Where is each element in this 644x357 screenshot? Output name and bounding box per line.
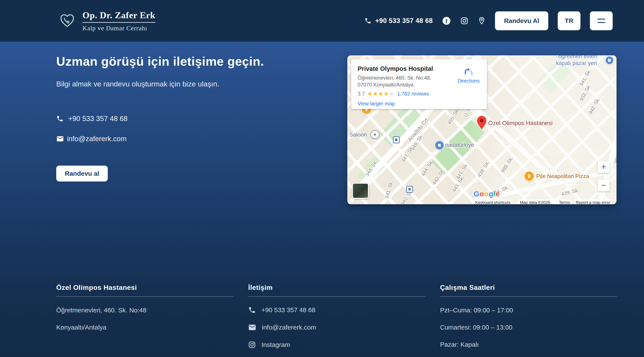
street-label: Blv. (613, 155, 616, 163)
location-pin-icon[interactable] (478, 17, 486, 25)
star-rating-icon: ★★★★★ ★★★★★ (367, 91, 394, 96)
facebook-icon[interactable]: f (442, 16, 451, 25)
hero-cta-button[interactable]: Randevu al (56, 166, 108, 182)
phone-icon (364, 17, 371, 24)
google-logo[interactable]: Google (474, 190, 500, 198)
hero-title: Uzman görüşü için iletişime geçin. (56, 54, 264, 68)
envelope-icon (56, 135, 64, 143)
footer-instagram-link[interactable]: Instagram (248, 341, 425, 349)
instagram-icon (248, 341, 256, 349)
header: Op. Dr. Zafer Erk Kalp ve Damar Cerrahı … (0, 0, 644, 42)
footer: Özel Olimpos Hastanesi Öğretmenevleri, 4… (56, 284, 617, 357)
view-larger-map-link[interactable]: View larger map (358, 101, 395, 107)
hamburger-icon (598, 19, 605, 19)
header-phone-number: +90 533 357 48 68 (375, 17, 433, 25)
satellite-view-thumbnail[interactable] (352, 183, 369, 199)
footer-phone-link[interactable]: +90 533 357 48 68 (248, 306, 425, 314)
poi-label-hospital[interactable]: Özel Olimpos Hastanesi (488, 120, 552, 127)
directions-icon (464, 66, 474, 76)
divider (56, 296, 233, 297)
footer-column-hospital: Özel Olimpos Hastanesi Öğretmenevleri, 4… (56, 284, 233, 357)
footer-address-line2: Konyaaltı/Antalya (56, 324, 233, 331)
envelope-icon (248, 323, 256, 332)
reviews-link[interactable]: 1,782 reviews (397, 91, 429, 97)
map-info-card: Private Olympos Hospital Öğretmenevleri,… (351, 59, 487, 109)
poi-label-saloon[interactable]: Saloon (350, 131, 367, 138)
instagram-icon[interactable] (460, 17, 468, 25)
terms-link[interactable]: Terms (557, 200, 572, 204)
google-map-embed[interactable]: 455. Sk. 449. Sk. 447. Sk. 444. Sk. 442.… (347, 55, 616, 204)
svg-text:f: f (446, 18, 448, 24)
footer-hospital-title: Özel Olimpos Hastanesi (56, 284, 233, 292)
hero-email-text: info@zafererk.com (67, 135, 126, 143)
footer-phone-number: +90 533 357 48 68 (262, 306, 315, 314)
map-card-rating-row: 3.7 ★★★★★ ★★★★★ 1,782 reviews (358, 91, 480, 97)
transit-stop-icon[interactable] (393, 136, 400, 143)
map-zoom-out-button[interactable]: − (598, 179, 610, 191)
footer-hours-sunday: Pazar: Kapalı (440, 341, 617, 348)
poi-label-market[interactable]: öğretmen evleri kapalı pazar yeri (556, 55, 597, 66)
poi-blue-icon[interactable] (434, 140, 444, 150)
poi-label-pizza[interactable]: Pile Neapolitan Pizza (536, 173, 589, 180)
brand-name: Op. Dr. Zafer Erk (82, 10, 156, 23)
brand-subtitle: Kalp ve Damar Cerrahı (82, 24, 156, 32)
footer-address-line1: Öğretmenevleri, 460. Sk. No:48 (56, 307, 233, 314)
footer-hours-title: Çalışma Saatleri (440, 284, 617, 292)
poi-food-icon[interactable] (524, 171, 534, 182)
directions-button[interactable]: Directions (458, 66, 480, 84)
footer-contact-title: İletişim (248, 284, 425, 292)
report-map-error-link[interactable]: Report a map error (574, 200, 612, 204)
appointment-button[interactable]: Randevu Al (495, 11, 548, 30)
hero-phone-number: +90 533 357 48 68 (68, 115, 128, 123)
hero-subtitle: Bilgi almak ve randevu oluşturmak için b… (56, 80, 220, 88)
transit-stop-icon[interactable] (406, 186, 413, 193)
footer-column-contact: İletişim +90 533 357 48 68 info@zafererk… (248, 284, 425, 357)
poi-blue-icon[interactable] (605, 56, 614, 65)
phone-icon (248, 306, 256, 314)
map-data-label: Map data ©2025 (518, 200, 552, 204)
poi-label-bank[interactable]: nadatürkiye (445, 142, 474, 148)
brand[interactable]: Op. Dr. Zafer Erk Kalp ve Damar Cerrahı (60, 10, 156, 32)
footer-hours-saturday: Cumartesi: 09:00 – 13:00 (440, 324, 617, 331)
brand-text: Op. Dr. Zafer Erk Kalp ve Damar Cerrahı (82, 10, 156, 32)
language-button[interactable]: TR (558, 11, 580, 30)
phone-icon (56, 115, 64, 122)
directions-label: Directions (458, 78, 480, 84)
heart-stethoscope-logo-icon (60, 14, 75, 28)
rating-value: 3.7 (358, 91, 365, 97)
footer-hours-weekdays: Pzt–Cuma: 09:00 – 17:00 (440, 307, 617, 314)
poi-gray-icon[interactable] (370, 130, 380, 139)
map-zoom-in-button[interactable]: + (598, 161, 610, 173)
divider (248, 296, 425, 297)
hero-email-link[interactable]: info@zafererk.com (56, 135, 126, 143)
menu-button[interactable] (590, 11, 613, 30)
keyboard-shortcuts-link[interactable]: Keyboard shortcuts (474, 200, 512, 204)
red-map-pin-icon[interactable] (477, 116, 486, 129)
hero-phone-link[interactable]: +90 533 357 48 68 (56, 115, 128, 123)
footer-email-link[interactable]: info@zafererk.com (248, 323, 425, 332)
footer-column-hours: Çalışma Saatleri Pzt–Cuma: 09:00 – 17:00… (440, 284, 617, 357)
page: Op. Dr. Zafer Erk Kalp ve Damar Cerrahı … (0, 0, 644, 357)
footer-email-text: info@zafererk.com (262, 324, 316, 331)
divider (440, 296, 617, 297)
header-phone-link[interactable]: +90 533 357 48 68 (364, 17, 433, 25)
header-right: +90 533 357 48 68 f Randevu Al TR (364, 11, 613, 30)
footer-instagram-label: Instagram (262, 341, 290, 349)
